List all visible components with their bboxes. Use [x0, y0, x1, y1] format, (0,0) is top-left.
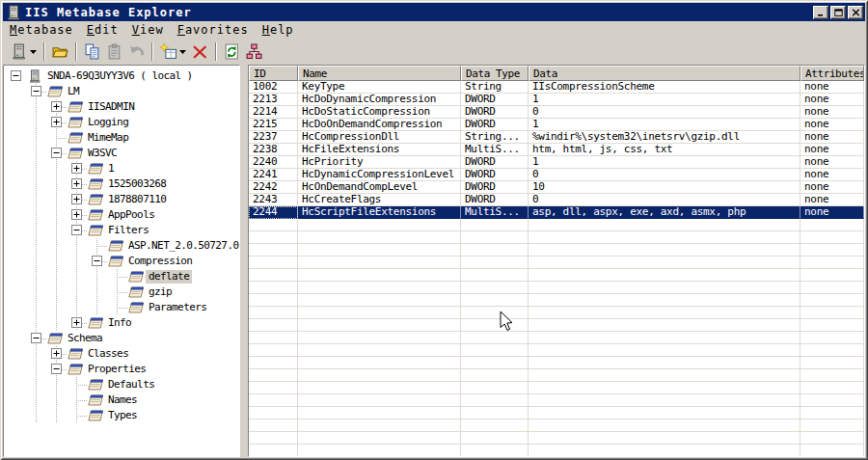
- tree-item-classes[interactable]: Classes: [4, 346, 239, 362]
- tree-item-filters[interactable]: Filters: [4, 223, 239, 238]
- maximize-button[interactable]: [830, 6, 846, 19]
- tree-item-1525003268[interactable]: 1525003268: [4, 176, 239, 192]
- empty-row: [249, 269, 864, 282]
- empty-row: [249, 382, 864, 394]
- column-header-attributes[interactable]: Attributes: [800, 66, 864, 81]
- menu-help[interactable]: Help: [256, 22, 301, 38]
- tree-item-mimemap[interactable]: MimeMap: [4, 130, 239, 146]
- plus-box-icon[interactable]: [71, 163, 82, 174]
- dropdown-arrow-icon[interactable]: [176, 50, 186, 54]
- metabase-key-icon: [87, 378, 104, 392]
- menu-favorites[interactable]: Favorites: [171, 22, 256, 38]
- empty-cell: [249, 419, 298, 432]
- close-button[interactable]: [848, 6, 863, 19]
- empty-cell: [461, 219, 529, 231]
- refresh-button[interactable]: [221, 41, 243, 63]
- open-button[interactable]: [49, 41, 71, 63]
- tree-item-properties[interactable]: Properties: [4, 362, 239, 377]
- minus-box-icon[interactable]: [71, 225, 82, 235]
- tree-item-gzip[interactable]: gzip: [4, 284, 239, 300]
- empty-cell: [298, 257, 461, 269]
- copy-button[interactable]: [81, 41, 103, 63]
- tree-item-types[interactable]: Types: [4, 408, 239, 423]
- tree-item-parameters[interactable]: Parameters: [4, 300, 239, 315]
- tree-item-logging[interactable]: Logging: [4, 115, 239, 130]
- column-header-id[interactable]: ID: [249, 66, 298, 81]
- table-row-2213[interactable]: 2213HcDoDynamicCompressionDWORD1none: [249, 94, 864, 106]
- cell: HcOnDemandCompLevel: [298, 181, 461, 194]
- tree-item-info[interactable]: Info: [4, 315, 239, 331]
- plus-box-icon[interactable]: [51, 101, 62, 112]
- table-row-2215[interactable]: 2215HcDoOnDemandCompressionDWORD1none: [249, 119, 864, 131]
- tree-item-label: IISADMIN: [85, 100, 137, 114]
- tree-item-w3svc[interactable]: W3SVC: [4, 146, 239, 161]
- table-row-2237[interactable]: 2237HcCompressionDllString...%windir%\sy…: [249, 131, 864, 144]
- minus-box-icon[interactable]: [51, 148, 62, 158]
- empty-cell: [800, 407, 864, 419]
- dropdown-arrow-icon[interactable]: [27, 50, 37, 54]
- menu-edit[interactable]: Edit: [80, 22, 125, 38]
- tree-item-schema[interactable]: Schema: [4, 331, 239, 346]
- column-header-data-type[interactable]: Data Type: [461, 66, 529, 81]
- empty-cell: [249, 257, 298, 269]
- plus-box-icon[interactable]: [51, 117, 62, 127]
- plus-box-icon[interactable]: [51, 348, 62, 359]
- tree-guide-line: [36, 223, 37, 238]
- new-key-button[interactable]: [157, 41, 189, 63]
- table-row-1002[interactable]: 1002KeyTypeStringIIsCompressionSchemenon…: [249, 81, 864, 94]
- toolbar-separator: [43, 42, 45, 61]
- table-row-2243[interactable]: 2243HcCreateFlagsDWORD0none: [249, 194, 864, 206]
- plus-box-icon[interactable]: [71, 194, 82, 204]
- tree-item-deflate[interactable]: deflate: [4, 269, 239, 284]
- empty-cell: [461, 382, 529, 394]
- toolbar-separator: [75, 42, 77, 61]
- tree-item-names[interactable]: Names: [4, 392, 239, 408]
- empty-row: [249, 307, 864, 319]
- metabase-key-icon: [107, 255, 124, 268]
- minus-box-icon[interactable]: [51, 364, 62, 374]
- splitter[interactable]: [240, 65, 248, 457]
- tree-item-snda-69q3uyy3v6-local[interactable]: SNDA-69Q3UYY3V6 ( local ): [4, 68, 239, 84]
- tree-item-1[interactable]: 1: [4, 161, 239, 176]
- hierarchy-button[interactable]: [243, 41, 265, 63]
- table-row-2240[interactable]: 2240HcPriorityDWORD1none: [249, 156, 864, 169]
- minimize-button[interactable]: [813, 6, 828, 19]
- tree-item-apppools[interactable]: AppPools: [4, 207, 239, 223]
- cell: KeyType: [298, 81, 461, 94]
- plus-box-icon[interactable]: [71, 209, 82, 220]
- tree-item-lm[interactable]: LM: [4, 84, 239, 99]
- tree-item-compression[interactable]: Compression: [4, 254, 239, 269]
- cell: String: [461, 81, 529, 94]
- empty-cell: [529, 357, 800, 369]
- plus-box-icon[interactable]: [71, 178, 82, 189]
- table-row-2241[interactable]: 2241HcDynamicCompressionLevelDWORD0none: [249, 169, 864, 181]
- menu-metabase[interactable]: Metabase: [3, 22, 80, 38]
- empty-cell: [461, 257, 529, 269]
- minus-box-icon[interactable]: [31, 333, 41, 343]
- empty-cell: [298, 394, 461, 407]
- empty-cell: [529, 282, 800, 294]
- tree-item-defaults[interactable]: Defaults: [4, 377, 239, 392]
- minus-box-icon[interactable]: [11, 70, 21, 81]
- column-header-name[interactable]: Name: [298, 66, 461, 81]
- window-title: IIS Metabase Explorer: [25, 6, 192, 19]
- refresh-icon: [224, 43, 240, 60]
- connect-server-button[interactable]: [8, 41, 40, 63]
- menu-view[interactable]: View: [125, 22, 171, 38]
- table-row-2214[interactable]: 2214HcDoStaticCompressionDWORD0none: [249, 106, 864, 119]
- column-header-data[interactable]: Data: [529, 66, 800, 81]
- tree-item-asp-net-2-0-50727-0[interactable]: ASP.NET_2.0.50727.0: [4, 238, 239, 254]
- minus-box-icon[interactable]: [92, 256, 102, 266]
- table-row-2242[interactable]: 2242HcOnDemandCompLevelDWORD10none: [249, 181, 864, 194]
- empty-cell: [298, 382, 461, 394]
- table-row-2238[interactable]: 2238HcFileExtensionsMultiS...htm, html, …: [249, 144, 864, 156]
- cell: DWORD: [461, 94, 529, 106]
- minus-box-icon[interactable]: [31, 86, 41, 96]
- tree-item-iisadmin[interactable]: IISADMIN: [4, 99, 239, 115]
- empty-cell: [800, 282, 864, 294]
- delete-button[interactable]: [189, 41, 211, 63]
- tree-item-1878807110[interactable]: 1878807110: [4, 192, 239, 207]
- table-row-2244[interactable]: 2244HcScriptFileExtensionsMultiS...asp, …: [249, 206, 864, 219]
- empty-cell: [298, 219, 461, 231]
- plus-box-icon[interactable]: [71, 317, 82, 328]
